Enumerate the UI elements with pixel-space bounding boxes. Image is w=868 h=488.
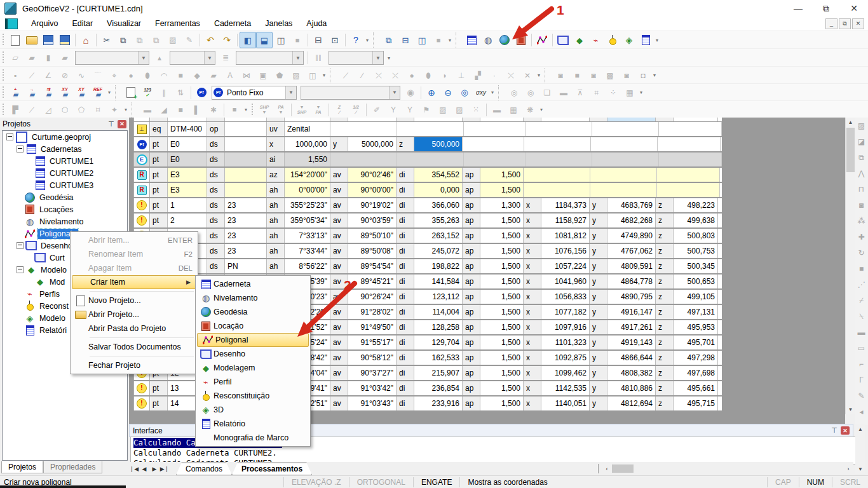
sigma-xy-icon[interactable]: σxy [473, 85, 489, 101]
menu-item-salvar-todos-documentos[interactable]: Salvar Todos Documentos [71, 340, 198, 354]
toggle-projects-panel-icon[interactable]: ◧ [240, 32, 256, 48]
ponto-fixo-icon[interactable]: Pf [193, 85, 210, 101]
cell-ds-value[interactable]: PN [225, 259, 267, 273]
cell-z-value[interactable]: 495,661 [674, 381, 718, 395]
cell-x-value[interactable]: 1158,927 [541, 214, 590, 227]
cell-z-value[interactable]: 499,638 [674, 214, 718, 227]
point-name-combo[interactable]: ▼ [301, 86, 400, 100]
status-ortogonal[interactable]: ORTOGONAL [349, 477, 413, 487]
cell-av-value[interactable]: 90°58'12" [348, 351, 397, 365]
table-vertical-scrollbar[interactable]: ▲ ▼ [845, 118, 855, 414]
cell-eq-value[interactable]: DTM-400 [168, 122, 207, 136]
menu-ajuda[interactable]: Ajuda [299, 19, 334, 28]
tree-item-geod-sia[interactable]: Geodésia [3, 191, 127, 203]
menu-item-3d[interactable]: ◈3D [196, 403, 310, 417]
menu-item-modelagem[interactable]: ◆Modelagem [196, 361, 310, 375]
redo-icon[interactable]: ↷ [219, 32, 235, 48]
geodesia-icon[interactable] [496, 32, 513, 48]
close-panel-icon[interactable]: ✕ [841, 426, 850, 435]
cell-av-value[interactable]: 90°26'24" [348, 290, 397, 304]
menu-item-monografia-de-marco[interactable]: Monografia de Marco [196, 431, 310, 445]
cell-y-value[interactable]: 4866,644 [607, 351, 656, 365]
menu-item-perfil[interactable]: ⌁Perfil [196, 375, 310, 389]
cell-z-value[interactable]: 500,345 [674, 259, 718, 273]
tree-item-curtume3[interactable]: CURTUME3 [3, 179, 127, 191]
nav-prev-icon[interactable]: ◀ [139, 464, 149, 474]
nav-last-icon[interactable]: ▶❘ [159, 464, 170, 474]
print-preview-icon[interactable]: ⊡ [327, 32, 343, 48]
toolbar-grip[interactable] [2, 69, 5, 82]
cell-av-value[interactable]: 89°45'21" [348, 274, 397, 288]
insert-point-after-icon[interactable]: ⇉≣ [40, 85, 57, 101]
cell-ah-value[interactable]: 0°00'00" [285, 183, 330, 197]
toolbar-grip[interactable] [251, 104, 254, 116]
cell-av-value[interactable]: 90°03'59" [348, 214, 397, 227]
toolbar-overflow-icon[interactable]: ▾ [489, 86, 496, 100]
cell-y-value[interactable]: 4809,591 [607, 259, 656, 273]
cell-x-value[interactable]: 1099,462 [541, 366, 590, 380]
menu-arquivo[interactable]: Arquivo [24, 19, 65, 28]
cell-ds-value[interactable] [225, 183, 267, 197]
toolbar-grip[interactable] [2, 104, 5, 116]
menu-editar[interactable]: Editar [65, 19, 100, 28]
cell-ds-value[interactable]: 23 [225, 198, 267, 212]
cell-di-value[interactable]: 355,263 [414, 214, 463, 227]
tree-item-nivelamento[interactable]: ◍Nivelamento [3, 215, 127, 227]
menu-caderneta[interactable]: Caderneta [207, 19, 258, 28]
insert-station-icon[interactable]: +≣ [7, 85, 24, 101]
cell-z-value[interactable]: 495,953 [674, 320, 718, 334]
cell-y-value[interactable]: 4917,261 [607, 320, 656, 334]
menu-item-resconstitui-o[interactable]: Resconstituição [196, 389, 310, 403]
menu-item-caderneta[interactable]: Caderneta [196, 277, 310, 291]
toolbar-overflow-icon[interactable]: ▾ [447, 33, 453, 47]
caderneta-icon[interactable] [463, 32, 480, 48]
close-panel-icon[interactable]: ✕ [118, 120, 126, 128]
window-tile-horizontal-icon[interactable]: ⊟ [397, 32, 414, 48]
cell-x-value[interactable]: 1077,182 [541, 305, 590, 319]
cell-x-value[interactable]: 1081,812 [541, 229, 590, 243]
cell-ap-value[interactable]: 1,500 [480, 290, 524, 304]
menu-item-poligonal[interactable]: Poligonal [197, 333, 309, 347]
scroll-down-icon[interactable]: ▼ [846, 405, 855, 414]
menu-ferramentas[interactable]: Ferramentas [148, 19, 207, 28]
station-combo[interactable]: ▼ [75, 51, 149, 65]
cell-di-value[interactable]: 215,907 [414, 366, 463, 380]
cell-di-value[interactable]: 233,916 [414, 396, 463, 410]
cell-av-value[interactable]: 91°03'42" [348, 381, 397, 395]
cell-x-value[interactable]: 1000,000 [285, 137, 330, 151]
cell-pt-value[interactable]: E0 [168, 137, 207, 151]
status-engate[interactable]: ENGATE [413, 477, 459, 487]
new-sheet-icon[interactable]: + [123, 85, 139, 101]
point-type-combo[interactable]: PfPonto Fixo▼ [212, 86, 297, 100]
cell-y-value[interactable]: 5000,000 [348, 137, 397, 151]
menu-item-desenho[interactable]: Desenho [196, 347, 310, 361]
menu-item-apagar-item[interactable]: Apagar ItemDEL [71, 261, 198, 275]
cell-av-value[interactable]: 89°50'08" [348, 244, 397, 258]
chevron-down-icon[interactable]: ▼ [372, 51, 383, 64]
cell-ah-value[interactable]: 359°05'34" [285, 214, 330, 227]
cell-ap-value[interactable]: 1,500 [480, 305, 524, 319]
menu-janelas[interactable]: Janelas [258, 19, 299, 28]
menu-item-abrir-projeto-[interactable]: Abrir Projeto... [71, 308, 198, 322]
cell-y-value[interactable]: 4916,147 [607, 305, 656, 319]
cell-x-value[interactable]: 1057,224 [541, 259, 590, 273]
cell-x-value[interactable]: 1056,833 [541, 290, 590, 304]
cell-av-value[interactable]: 90°00'00" [348, 183, 397, 197]
toggle-grid-view-icon[interactable]: ◫ [273, 32, 289, 48]
cell-av-value[interactable]: 91°49'50" [348, 320, 397, 334]
mdi-minimize-button[interactable]: _ [825, 18, 837, 29]
cell-x-value[interactable]: 1041,960 [541, 274, 590, 288]
cell-di-value[interactable]: 366,060 [414, 198, 463, 212]
scroll-thumb[interactable] [612, 464, 634, 473]
cell-ap-value[interactable]: 1,500 [480, 320, 524, 334]
cell-av-value[interactable]: 89°50'10" [348, 229, 397, 243]
cell-av-value[interactable]: 89°54'54" [348, 259, 397, 273]
cell-ah-value[interactable]: 8°56'22" [285, 259, 330, 273]
toolbar-overflow-icon[interactable]: ▾ [638, 86, 644, 100]
chevron-down-icon[interactable]: ▼ [204, 51, 215, 64]
tree-item-cadernetas[interactable]: Cadernetas [3, 143, 127, 155]
toolbar-overflow-icon[interactable]: ▾ [654, 33, 660, 47]
cell-pt-value[interactable]: E0 [168, 152, 207, 166]
toolbar-overflow-icon[interactable]: ▾ [386, 51, 392, 65]
toolbar-overflow-icon[interactable]: ▾ [106, 86, 112, 100]
